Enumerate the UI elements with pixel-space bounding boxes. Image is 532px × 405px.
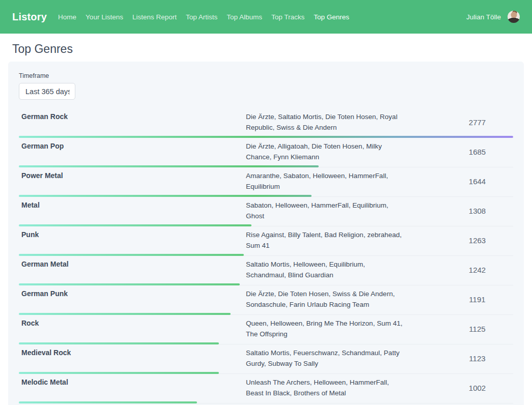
genre-listen-count: 2777 bbox=[405, 118, 513, 127]
genre-top-artists: Die Ärzte, Die Toten Hosen, Swiss & Die … bbox=[246, 288, 405, 310]
nav-your-listens[interactable]: Your Listens bbox=[81, 10, 128, 24]
genre-listen-count: 1123 bbox=[405, 354, 513, 363]
genre-name: Melodic Metal bbox=[19, 377, 246, 398]
genre-name: German Rock bbox=[19, 111, 246, 133]
genre-listen-count: 1191 bbox=[405, 295, 513, 304]
genre-listen-count: 1242 bbox=[405, 266, 513, 274]
nav-top-tracks[interactable]: Top Tracks bbox=[267, 10, 309, 24]
genre-name: Power Metal bbox=[19, 170, 246, 192]
genre-listen-count: 1263 bbox=[405, 236, 513, 245]
user-menu[interactable]: Julian Tölle bbox=[466, 11, 520, 23]
nav-home[interactable]: Home bbox=[53, 10, 81, 24]
genre-name: German Punk bbox=[19, 288, 246, 310]
genre-top-artists: Saltatio Mortis, Feuerschwanz, Schandmau… bbox=[246, 348, 405, 369]
genre-row: Rock Queen, Helloween, Bring Me The Hori… bbox=[19, 315, 513, 344]
genre-row: Power Metal Amaranthe, Sabaton, Hellowee… bbox=[19, 167, 513, 197]
genre-row: Metal Sabaton, Helloween, HammerFall, Eq… bbox=[19, 197, 513, 226]
genre-top-artists: Queen, Helloween, Bring Me The Horizon, … bbox=[246, 318, 405, 339]
genre-name: German Metal bbox=[19, 259, 246, 280]
genre-name: Rock bbox=[19, 318, 246, 339]
app-header: Listory HomeYour ListensListens ReportTo… bbox=[0, 0, 532, 34]
genre-top-artists: Die Ärzte, Saltatio Mortis, Die Toten Ho… bbox=[246, 111, 405, 133]
genre-row: Medieval Rock Saltatio Mortis, Feuerschw… bbox=[19, 344, 513, 374]
user-name: Julian Tölle bbox=[466, 13, 501, 21]
genre-table: German Rock Die Ärzte, Saltatio Mortis, … bbox=[19, 108, 513, 405]
nav-top-genres[interactable]: Top Genres bbox=[309, 10, 354, 24]
genre-name: German Pop bbox=[19, 141, 246, 162]
genre-listen-count: 1644 bbox=[405, 177, 513, 186]
nav-listens-report[interactable]: Listens Report bbox=[128, 10, 181, 24]
nav-top-albums[interactable]: Top Albums bbox=[222, 10, 267, 24]
page-title: Top Genres bbox=[12, 42, 532, 56]
genre-name: Punk bbox=[19, 229, 246, 251]
genre-listen-count: 1308 bbox=[405, 207, 513, 215]
genre-name: Metal bbox=[19, 200, 246, 221]
genre-row: German Rock Die Ärzte, Saltatio Mortis, … bbox=[19, 108, 513, 138]
genre-top-artists: Sabaton, Helloween, HammerFall, Equilibr… bbox=[246, 200, 405, 221]
genre-listen-count: 1125 bbox=[405, 325, 513, 333]
user-avatar[interactable] bbox=[508, 11, 520, 23]
genre-top-artists: Die Ärzte, Alligatoah, Die Toten Hosen, … bbox=[246, 141, 405, 162]
genre-top-artists: Unleash The Archers, Helloween, HammerFa… bbox=[246, 377, 405, 398]
genre-listen-count: 1002 bbox=[405, 384, 513, 392]
genre-name: Medieval Rock bbox=[19, 348, 246, 369]
app-logo[interactable]: Listory bbox=[12, 11, 47, 23]
genre-row: Punk Rise Against, Billy Talent, Bad Rel… bbox=[19, 226, 513, 256]
timeframe-filter: Timeframe Last 365 days bbox=[19, 72, 513, 100]
timeframe-label: Timeframe bbox=[19, 72, 513, 79]
genre-top-artists: Amaranthe, Sabaton, Helloween, HammerFal… bbox=[246, 170, 405, 192]
genre-row: Melodic Metal Unleash The Archers, Hello… bbox=[19, 374, 513, 403]
nav-top-artists[interactable]: Top Artists bbox=[181, 10, 222, 24]
genre-row: German Metal Saltatio Mortis, Helloween,… bbox=[19, 256, 513, 285]
genre-row: German Pop Die Ärzte, Alligatoah, Die To… bbox=[19, 138, 513, 167]
top-genres-card: Timeframe Last 365 days German Rock Die … bbox=[8, 62, 524, 405]
genre-listen-count: 1685 bbox=[405, 148, 513, 156]
genre-row: German Punk Die Ärzte, Die Toten Hosen, … bbox=[19, 285, 513, 315]
genre-top-artists: Rise Against, Billy Talent, Bad Religion… bbox=[246, 229, 405, 251]
timeframe-select[interactable]: Last 365 days bbox=[19, 83, 75, 100]
genre-top-artists: Saltatio Mortis, Helloween, Equilibrium,… bbox=[246, 259, 405, 280]
main-nav: HomeYour ListensListens ReportTop Artist… bbox=[53, 10, 354, 24]
